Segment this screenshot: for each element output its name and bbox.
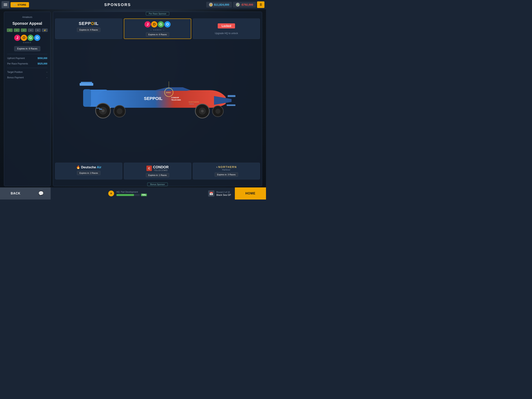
condor-text-block: CONDOR TELECOMS xyxy=(153,165,169,171)
star-6: ⚡ xyxy=(42,28,48,32)
hq-bar-row: 75% xyxy=(116,194,147,196)
left-panel: Amateurs Sponsor Appeal ✦ ✦ ✦ ✦ ✦ ⚡ xyxy=(4,12,51,186)
star-1: ✦ xyxy=(7,28,13,32)
svg-point-20 xyxy=(215,109,221,114)
svg-rect-26 xyxy=(96,108,100,109)
star-icon-6: ⚡ xyxy=(44,29,46,31)
chat-icon: 💬 xyxy=(38,191,44,196)
condor-icon: C xyxy=(146,166,152,171)
upfront-label: Upfront Payment xyxy=(7,57,25,60)
jogo-card-o2: O xyxy=(164,21,171,27)
jogo-card-o1: O xyxy=(151,21,157,27)
top-sponsors-row: SEPPOIL Expires in: 4 Races J O G O — GA… xyxy=(53,16,262,40)
right-panel: Per Race Sponsor SEPPOIL Expires in: 4 R… xyxy=(53,12,262,186)
condor-expires: Expires in: 1 Races xyxy=(146,173,169,177)
sponsor-card-locked[interactable]: Locked Upgrade HQ to unlock xyxy=(193,19,260,39)
divider-2 xyxy=(7,68,47,68)
jogo-letters: J O G O xyxy=(14,35,40,41)
seppoil-expires: Expires in: 4 Races xyxy=(77,28,101,32)
star-icon-5: ✦ xyxy=(37,29,38,31)
car-svg: SEPPOIL CONDOR TELECOMS NORTHERN Harbour… xyxy=(78,79,237,122)
round-label: Round 2 of 10 xyxy=(216,191,231,194)
storage-button[interactable]: 🗄 xyxy=(257,1,265,8)
hq-plus-icon: + xyxy=(108,191,114,196)
northern-x: ✕ xyxy=(216,166,218,168)
round-section: 📅 Round 2 of 10 Black Sea GP xyxy=(204,190,235,197)
jogo-logo: J O G O GAMES xyxy=(14,35,40,44)
round-icon: 📅 xyxy=(208,190,214,197)
sponsor-card-deutsche[interactable]: 🔥 Deutsche Air Expires in: 2 Races xyxy=(55,163,122,180)
hq-progress-section: + HQ: Part Development 75% xyxy=(51,191,204,196)
sponsor-card-seppoil[interactable]: SEPPOIL Expires in: 4 Races xyxy=(55,19,122,39)
per-race-section: Per Race Sponsor SEPPOIL Expires in: 4 R… xyxy=(53,12,262,40)
target-value: - xyxy=(47,71,47,73)
page-title: SPONSORS xyxy=(104,3,131,7)
svg-text:SEPPOIL: SEPPOIL xyxy=(144,96,162,101)
sponsor-card-northern[interactable]: ✕ NORTHERN Harbour Expires in: 3 Races xyxy=(193,163,260,180)
star-icon-2: ✦ xyxy=(16,29,18,31)
per-race-payment-row: Per Race Payments $525,000 xyxy=(7,62,47,65)
cart-icon: 🛒 xyxy=(13,3,16,6)
jogo-card-g: G xyxy=(158,21,164,27)
sponsor-card-jogo[interactable]: J O G O — GAMES — Expires in: 6 Races xyxy=(124,19,191,39)
upfront-payment-row: Upfront Payment $550,000 xyxy=(7,57,47,60)
locked-badge: Locked xyxy=(218,23,235,28)
jogo-subtitle: GAMES xyxy=(23,42,32,44)
bottom-bar: BACK 💬 + HQ: Part Development 75% 📅 Roun… xyxy=(0,187,266,200)
hq-bar-fill xyxy=(116,194,134,196)
star-icon-3: ✦ xyxy=(23,29,25,31)
back-button[interactable]: BACK xyxy=(0,187,31,200)
jogo-letter-o2: O xyxy=(34,35,40,41)
chat-button[interactable]: 💬 xyxy=(31,187,51,200)
seppoil-o-letter: O xyxy=(91,21,95,26)
svg-text:Harbour: Harbour xyxy=(189,103,194,105)
svg-text:JOGO: JOGO xyxy=(166,91,171,94)
svg-point-18 xyxy=(117,108,122,114)
main-content: Amateurs Sponsor Appeal ✦ ✦ ✦ ✦ ✦ ⚡ xyxy=(4,12,262,186)
condor-name: CONDOR xyxy=(153,165,169,169)
left-expires-badge: Expires in: 6 Races xyxy=(14,46,40,51)
svg-point-16 xyxy=(201,110,204,112)
menu-button[interactable] xyxy=(1,1,9,8)
top-bar-left: 🛒 STORE xyxy=(1,1,29,8)
store-button[interactable]: 🛒 STORE xyxy=(11,2,29,7)
round-race: Black Sea GP xyxy=(216,194,231,196)
expense-value: -$792,000 xyxy=(241,3,253,6)
jogo-letter-o1: O xyxy=(21,35,27,41)
sponsor-card-condor[interactable]: C CONDOR TELECOMS Expires in: 1 Races xyxy=(124,163,191,180)
svg-text:TELECOMS: TELECOMS xyxy=(171,99,181,101)
home-button[interactable]: HOME xyxy=(235,187,266,200)
balance-value: $11,824,000 xyxy=(214,3,229,6)
bottom-sponsors-row: 🔥 Deutsche Air Expires in: 2 Races C CON… xyxy=(53,161,262,182)
northern-expires: Expires in: 3 Races xyxy=(215,172,238,177)
coin-icon: 💰 xyxy=(209,3,213,7)
jogo-card-j: J xyxy=(145,21,151,27)
divider-1 xyxy=(7,54,47,54)
upfront-value: $550,000 xyxy=(38,57,47,60)
store-label: STORE xyxy=(18,3,26,6)
jogo-letter-g: G xyxy=(27,35,34,41)
star-4: ✦ xyxy=(28,28,34,32)
target-label: Target Position xyxy=(7,71,23,73)
per-race-value: $525,000 xyxy=(38,62,47,65)
jogo-logo-card: J O G O xyxy=(145,21,171,27)
condor-sub: TELECOMS xyxy=(153,169,169,171)
seppoil-logo: SEPPOIL xyxy=(79,21,99,26)
hq-bar-container: HQ: Part Development 75% xyxy=(116,191,147,196)
sponsor-appeal-title: Sponsor Appeal xyxy=(13,21,42,26)
bonus-section-label: Bonus Sponsor xyxy=(147,183,168,186)
top-bar: 🛒 STORE SPONSORS 💰 $11,824,000 💸 -$792,0… xyxy=(0,0,266,9)
deutsche-logo: 🔥 Deutsche Air xyxy=(76,165,101,169)
svg-rect-3 xyxy=(228,95,235,97)
star-2: ✦ xyxy=(14,28,20,32)
car-area: SEPPOIL CONDOR TELECOMS NORTHERN Harbour… xyxy=(53,40,262,161)
star-3: ✦ xyxy=(21,28,27,32)
bonus-label: Bonus Payment xyxy=(7,76,24,79)
deutsche-flame: 🔥 xyxy=(76,165,81,169)
condor-logo: C CONDOR TELECOMS xyxy=(146,165,169,171)
northern-name: NORTHERN xyxy=(218,165,237,168)
harbour-name: Harbour xyxy=(216,169,237,171)
expense-icon: 💸 xyxy=(236,3,240,7)
star-icon-4: ✦ xyxy=(30,29,32,31)
hq-progress-label: HQ: Part Development xyxy=(116,191,147,193)
